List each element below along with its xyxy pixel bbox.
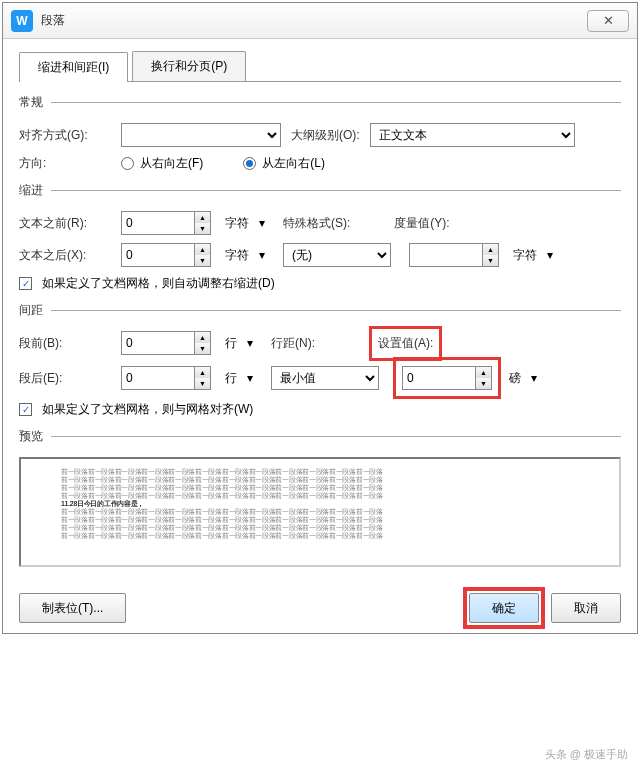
preview-line: 前一段落前一段落前一段落前一段落前一段落前一段落前一段落前一段落前一段落前一段落… xyxy=(61,491,579,499)
outline-select[interactable]: 正文文本 xyxy=(370,123,575,147)
window-title: 段落 xyxy=(41,12,587,29)
direction-rtl[interactable]: 从右向左(F) xyxy=(121,155,203,172)
unit-lines: 行 xyxy=(225,335,237,352)
indent-after-spinner[interactable]: ▲▼ xyxy=(121,243,211,267)
spin-up-icon[interactable]: ▲ xyxy=(195,244,210,255)
space-after-input[interactable] xyxy=(122,367,194,389)
auto-adjust-label: 如果定义了文档网格，则自动调整右缩进(D) xyxy=(42,275,275,292)
dialog-body: 缩进和间距(I) 换行和分页(P) 常规 对齐方式(G): 大纲级别(O): 正… xyxy=(3,39,637,583)
tab-indent-spacing[interactable]: 缩进和间距(I) xyxy=(19,52,128,82)
space-after-label: 段后(E): xyxy=(19,370,111,387)
line-spacing-select[interactable]: 最小值 xyxy=(271,366,379,390)
tabs-button[interactable]: 制表位(T)... xyxy=(19,593,126,623)
close-button[interactable]: ✕ xyxy=(587,10,629,32)
preview-line: 前一段落前一段落前一段落前一段落前一段落前一段落前一段落前一段落前一段落前一段落… xyxy=(61,531,579,539)
snap-grid-label: 如果定义了文档网格，则与网格对齐(W) xyxy=(42,401,253,418)
snap-grid-checkbox[interactable] xyxy=(19,403,32,416)
tab-line-page[interactable]: 换行和分页(P) xyxy=(132,51,246,81)
app-icon: W xyxy=(11,10,33,32)
watermark: 头条 @ 极速手助 xyxy=(545,747,628,762)
measure-label: 度量值(Y): xyxy=(394,215,449,232)
unit-pt: 磅 xyxy=(509,370,521,387)
dialog-footer: 制表位(T)... 确定 取消 xyxy=(3,583,637,633)
special-label: 特殊格式(S): xyxy=(283,215,350,232)
indent-before-spinner[interactable]: ▲▼ xyxy=(121,211,211,235)
direction-label: 方向: xyxy=(19,155,111,172)
unit-lines: 行 xyxy=(225,370,237,387)
preview-line: 前一段落前一段落前一段落前一段落前一段落前一段落前一段落前一段落前一段落前一段落… xyxy=(61,507,579,515)
ltr-label: 从左向右(L) xyxy=(262,155,325,172)
line-spacing-label: 行距(N): xyxy=(271,335,315,352)
chevron-down-icon[interactable]: ▾ xyxy=(259,248,265,262)
align-label: 对齐方式(G): xyxy=(19,127,111,144)
spin-up-icon[interactable]: ▲ xyxy=(195,332,210,343)
space-before-input[interactable] xyxy=(122,332,194,354)
auto-adjust-checkbox[interactable] xyxy=(19,277,32,290)
space-before-label: 段前(B): xyxy=(19,335,111,352)
preview-box: 前一段落前一段落前一段落前一段落前一段落前一段落前一段落前一段落前一段落前一段落… xyxy=(19,457,621,567)
unit-chars: 字符 xyxy=(225,215,249,232)
spin-down-icon[interactable]: ▼ xyxy=(476,378,491,389)
measure-spinner[interactable]: ▲▼ xyxy=(409,243,499,267)
chevron-down-icon[interactable]: ▾ xyxy=(259,216,265,230)
space-before-spinner[interactable]: ▲▼ xyxy=(121,331,211,355)
set-value-input[interactable] xyxy=(403,367,475,389)
spin-down-icon[interactable]: ▼ xyxy=(195,343,210,354)
preview-line: 前一段落前一段落前一段落前一段落前一段落前一段落前一段落前一段落前一段落前一段落… xyxy=(61,515,579,523)
group-general-label: 常规 xyxy=(19,94,43,111)
unit-chars: 字符 xyxy=(225,247,249,264)
preview-line: 前一段落前一段落前一段落前一段落前一段落前一段落前一段落前一段落前一段落前一段落… xyxy=(61,523,579,531)
spin-up-icon[interactable]: ▲ xyxy=(483,244,498,255)
chevron-down-icon[interactable]: ▾ xyxy=(247,336,253,350)
set-value-spinner[interactable]: ▲▼ xyxy=(402,366,492,390)
direction-radio-group: 从右向左(F) 从左向右(L) xyxy=(121,155,325,172)
spin-down-icon[interactable]: ▼ xyxy=(483,255,498,266)
spin-down-icon[interactable]: ▼ xyxy=(195,223,210,234)
unit-chars: 字符 xyxy=(513,247,537,264)
preview-line: 前一段落前一段落前一段落前一段落前一段落前一段落前一段落前一段落前一段落前一段落… xyxy=(61,467,579,475)
direction-ltr[interactable]: 从左向右(L) xyxy=(243,155,325,172)
indent-before-input[interactable] xyxy=(122,212,194,234)
preview-current: 11.28日今日的工作内容是， xyxy=(61,499,579,507)
rtl-label: 从右向左(F) xyxy=(140,155,203,172)
space-after-spinner[interactable]: ▲▼ xyxy=(121,366,211,390)
measure-input[interactable] xyxy=(410,244,482,266)
preview-line: 前一段落前一段落前一段落前一段落前一段落前一段落前一段落前一段落前一段落前一段落… xyxy=(61,475,579,483)
tab-strip: 缩进和间距(I) 换行和分页(P) xyxy=(19,51,621,82)
spin-up-icon[interactable]: ▲ xyxy=(476,367,491,378)
group-preview-label: 预览 xyxy=(19,428,43,445)
radio-icon xyxy=(243,157,256,170)
chevron-down-icon[interactable]: ▾ xyxy=(531,371,537,385)
cancel-button[interactable]: 取消 xyxy=(551,593,621,623)
set-value-label: 设置值(A): xyxy=(378,336,433,350)
indent-before-label: 文本之前(R): xyxy=(19,215,111,232)
preview-line: 前一段落前一段落前一段落前一段落前一段落前一段落前一段落前一段落前一段落前一段落… xyxy=(61,483,579,491)
special-select[interactable]: (无) xyxy=(283,243,391,267)
group-general: 常规 xyxy=(19,94,621,111)
group-indent: 缩进 xyxy=(19,182,621,199)
group-indent-label: 缩进 xyxy=(19,182,43,199)
indent-after-input[interactable] xyxy=(122,244,194,266)
outline-label: 大纲级别(O): xyxy=(291,127,360,144)
group-spacing-label: 间距 xyxy=(19,302,43,319)
align-select[interactable] xyxy=(121,123,281,147)
dialog-window: W 段落 ✕ 缩进和间距(I) 换行和分页(P) 常规 对齐方式(G): 大纲级… xyxy=(2,2,638,634)
indent-after-label: 文本之后(X): xyxy=(19,247,111,264)
spin-up-icon[interactable]: ▲ xyxy=(195,212,210,223)
group-preview: 预览 xyxy=(19,428,621,445)
group-spacing: 间距 xyxy=(19,302,621,319)
chevron-down-icon[interactable]: ▾ xyxy=(547,248,553,262)
close-icon: ✕ xyxy=(603,13,614,28)
titlebar: W 段落 ✕ xyxy=(3,3,637,39)
spin-down-icon[interactable]: ▼ xyxy=(195,378,210,389)
spin-down-icon[interactable]: ▼ xyxy=(195,255,210,266)
chevron-down-icon[interactable]: ▾ xyxy=(247,371,253,385)
spin-up-icon[interactable]: ▲ xyxy=(195,367,210,378)
radio-icon xyxy=(121,157,134,170)
